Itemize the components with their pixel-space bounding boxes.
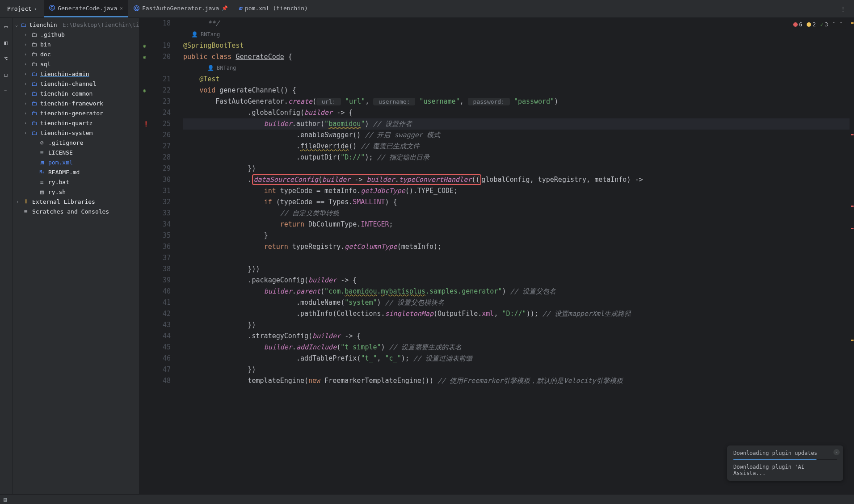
line-number[interactable]: ◉19 <box>144 40 171 51</box>
error-stripe[interactable] <box>850 18 854 494</box>
tree-node[interactable]: ›🗀doc <box>13 49 139 59</box>
line-number[interactable]: ❗25 <box>144 118 171 130</box>
code-line[interactable]: return typeRegistry.getColumnType(metaIn… <box>183 241 854 252</box>
code-line[interactable] <box>183 252 854 264</box>
tree-node[interactable]: mpom.xml <box>13 157 139 167</box>
errors-badge[interactable]: 6 <box>793 21 802 28</box>
line-number[interactable]: 24 <box>144 107 171 118</box>
tree-node[interactable]: ▤ry.sh <box>13 187 139 197</box>
code-line[interactable]: builder.parent("com.baomidou.mybatisplus… <box>183 286 854 297</box>
code-line[interactable]: builder.addInclude("t_simple") // 设置需要生成… <box>183 342 854 353</box>
line-number[interactable]: 42 <box>144 308 171 319</box>
stripe-marker[interactable] <box>851 228 854 229</box>
code-line[interactable]: } <box>183 230 854 241</box>
line-number[interactable]: 38 <box>144 264 171 275</box>
line-number[interactable]: 28 <box>144 152 171 163</box>
stripe-marker[interactable] <box>851 22 854 24</box>
chevron-right-icon[interactable]: › <box>23 62 28 67</box>
editor-tab[interactable]: mpom.xml (tienchin) <box>233 0 313 17</box>
code-line[interactable]: if (typeCode == Types.SMALLINT) { <box>183 197 854 208</box>
code-line[interactable]: .addTablePrefix("t_", "c_"); // 设置过滤表前缀 <box>183 353 854 364</box>
code-line[interactable]: @Test <box>183 74 854 85</box>
tree-node[interactable]: ⌄🗀tienchinE:\Desktop\TienChin\tienchin <box>13 20 139 29</box>
chevron-right-icon[interactable]: › <box>23 91 28 96</box>
code-line[interactable]: builder.author("baomidou") // 设置作者 <box>183 118 854 130</box>
code-line[interactable]: .dataSourceConfig(builder -> builder.typ… <box>183 174 854 185</box>
gutter-marker-icon[interactable]: ◉ <box>143 51 146 63</box>
code-line[interactable]: @SpringBootTest <box>183 40 854 51</box>
chevron-right-icon[interactable]: › <box>23 101 28 106</box>
code-line[interactable]: FastAutoGenerator.create( url: "url", us… <box>183 96 854 107</box>
stripe-marker[interactable] <box>851 206 854 207</box>
warnings-badge[interactable]: 2 <box>807 21 816 28</box>
code-editor[interactable]: 6 2 ✓3 ˄ ˅ 18◉19◉2021◉222324❗25262728293… <box>139 18 854 494</box>
tree-node[interactable]: ≡LICENSE <box>13 147 139 157</box>
line-number[interactable]: 23 <box>144 96 171 107</box>
project-tool-label[interactable]: Project ▾ <box>0 5 44 12</box>
chevron-right-icon[interactable]: › <box>23 42 28 47</box>
code-line[interactable]: return DbColumnType.INTEGER; <box>183 219 854 230</box>
line-number[interactable]: 47 <box>144 364 171 375</box>
project-tree[interactable]: ⌄🗀tienchinE:\Desktop\TienChin\tienchin›🗀… <box>13 18 139 494</box>
chevron-right-icon[interactable]: › <box>23 32 28 37</box>
line-number[interactable]: 33 <box>144 208 171 219</box>
chevron-down-icon[interactable]: ⌄ <box>15 22 18 27</box>
tree-node[interactable]: ≡ry.bat <box>13 177 139 187</box>
more-toolwindows-icon[interactable]: … <box>4 87 8 92</box>
line-number[interactable]: 21 <box>144 74 171 85</box>
code-line[interactable]: public class GenerateCode { <box>183 51 854 63</box>
tree-node[interactable]: ›🗀tienchin-common <box>13 88 139 98</box>
code-line[interactable]: **/ <box>183 18 854 29</box>
stripe-marker[interactable] <box>851 134 854 135</box>
editor-tab[interactable]: ⒸGenerateCode.java✕ <box>44 0 128 17</box>
project-toolwindow-icon[interactable]: ▭ <box>2 22 10 30</box>
tree-node[interactable]: ›🗀tienchin-channel <box>13 79 139 88</box>
chevron-right-icon[interactable]: › <box>15 199 20 204</box>
line-number[interactable]: 46 <box>144 353 171 364</box>
line-number[interactable]: 44 <box>144 331 171 342</box>
prev-issue-icon[interactable]: ˄ <box>833 21 835 28</box>
line-number[interactable]: 41 <box>144 297 171 308</box>
line-number[interactable]: 48 <box>144 375 171 386</box>
tree-node[interactable]: ›🗀.github <box>13 29 139 39</box>
tree-node[interactable]: ›🗀tienchin-system <box>13 128 139 138</box>
gutter-marker-icon[interactable]: ❗ <box>143 118 149 130</box>
line-number[interactable]: 27 <box>144 141 171 152</box>
code-line[interactable]: }) <box>183 364 854 375</box>
bookmarks-toolwindow-icon[interactable]: ◻ <box>2 71 10 79</box>
code-line[interactable]: // 自定义类型转换 <box>183 208 854 219</box>
line-number[interactable]: 36 <box>144 241 171 252</box>
code-line[interactable]: })) <box>183 264 854 275</box>
line-number[interactable]: 45 <box>144 342 171 353</box>
code-line[interactable]: .enableSwagger() // 开启 swagger 模式 <box>183 130 854 141</box>
line-number[interactable]: 37 <box>144 252 171 264</box>
tree-node[interactable]: ›🗀tienchin-generator <box>13 108 139 118</box>
chevron-right-icon[interactable]: › <box>23 71 28 76</box>
code-line[interactable]: .strategyConfig(builder -> { <box>183 331 854 342</box>
line-number[interactable]: 30 <box>144 174 171 185</box>
inspection-bar[interactable]: 6 2 ✓3 ˄ ˅ <box>790 20 846 29</box>
tree-node[interactable]: ≡Scratches and Consoles <box>13 206 139 216</box>
stripe-marker[interactable] <box>851 340 854 341</box>
commit-toolwindow-icon[interactable]: ◧ <box>2 38 10 46</box>
tree-node[interactable]: ⊘.gitignore <box>13 138 139 147</box>
code-line[interactable]: .pathInfo(Collections.singletonMap(Outpu… <box>183 308 854 319</box>
background-task-notification[interactable]: ✕ Downloading plugin updates Downloading… <box>727 445 843 481</box>
chevron-right-icon[interactable]: › <box>23 130 28 135</box>
structure-toolwindow-icon[interactable]: ⌥ <box>2 55 10 63</box>
code-line[interactable]: .moduleName("system") // 设置父包模块名 <box>183 297 854 308</box>
next-issue-icon[interactable]: ˅ <box>840 21 842 28</box>
close-notification-icon[interactable]: ✕ <box>833 449 840 455</box>
chevron-right-icon[interactable]: › <box>23 111 28 116</box>
editor-tab[interactable]: ⒸFastAutoGenerator.java📌 <box>128 0 233 17</box>
line-number[interactable]: 34 <box>144 219 171 230</box>
code-line[interactable]: templateEngine(new FreemarkerTemplateEng… <box>183 375 854 386</box>
more-menu-icon[interactable]: ⋮ <box>833 5 854 12</box>
tree-node[interactable]: ›⫴External Libraries <box>13 197 139 206</box>
chevron-right-icon[interactable]: › <box>23 81 28 86</box>
code-line[interactable]: }) <box>183 163 854 174</box>
code-line[interactable]: void generateChannel() { <box>183 85 854 96</box>
code-line[interactable]: int typeCode = metaInfo.getJdbcType().TY… <box>183 185 854 197</box>
close-tab-icon[interactable]: ✕ <box>120 5 123 11</box>
line-number[interactable]: 32 <box>144 197 171 208</box>
